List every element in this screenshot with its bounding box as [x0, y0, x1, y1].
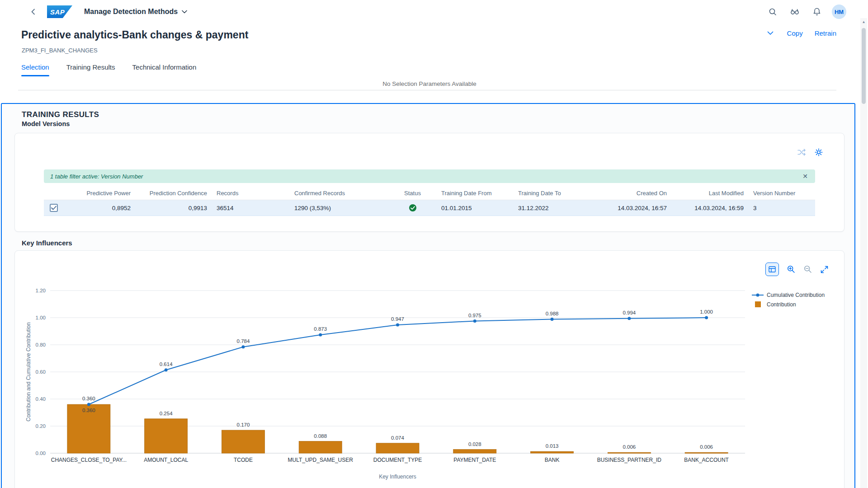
tab-training-results[interactable]: Training Results: [66, 63, 115, 76]
svg-text:AMOUNT_LOCAL: AMOUNT_LOCAL: [144, 457, 188, 463]
svg-text:0.994: 0.994: [623, 310, 636, 315]
svg-text:BANK_ACCOUNT: BANK_ACCOUNT: [684, 457, 729, 463]
panel-divider: [18, 90, 836, 90]
header-actions: Copy Retrain: [765, 28, 836, 38]
zoom-in-button[interactable]: [787, 265, 796, 274]
col-training-date-to: Training Date To: [512, 187, 589, 200]
search-button[interactable]: [765, 5, 780, 19]
col-created-on: Created On: [589, 187, 670, 200]
collapse-chevron-icon: [767, 31, 774, 35]
page-header: Predictive analytics-Bank changes & paym…: [0, 23, 868, 63]
model-versions-card: 1 table filter active: Version Number ✕ …: [14, 133, 844, 232]
svg-text:0.360: 0.360: [82, 396, 95, 401]
selection-panel: No Selection Parameters Available: [0, 78, 859, 103]
svg-text:0.00: 0.00: [36, 450, 46, 456]
tab-technical-information[interactable]: Technical Information: [132, 63, 197, 76]
svg-text:0.988: 0.988: [546, 311, 559, 316]
sap-logo: SAP: [47, 5, 72, 18]
scrollbar-thumb[interactable]: [862, 28, 866, 104]
vertical-scrollbar[interactable]: ▲: [860, 18, 867, 488]
filter-info-text: 1 table filter active: Version Number: [50, 173, 143, 180]
svg-text:0.074: 0.074: [391, 435, 404, 441]
cell-predictive-power: 0,8952: [64, 200, 134, 216]
svg-text:DOCUMENT_TYPE: DOCUMENT_TYPE: [373, 457, 422, 463]
fullscreen-button[interactable]: [820, 265, 829, 274]
assistant-icon: [790, 7, 800, 16]
app-title-menu[interactable]: Manage Detection Methods: [84, 8, 187, 16]
col-status: Status: [387, 187, 435, 200]
search-icon: [768, 7, 777, 16]
tab-bar: Selection Training Results Technical Inf…: [21, 63, 196, 76]
collapse-header-button[interactable]: [765, 28, 775, 38]
user-avatar[interactable]: HM: [832, 5, 846, 19]
zoom-out-button[interactable]: [803, 265, 812, 274]
col-version-number: Version Number: [747, 187, 815, 200]
svg-text:Key Influencers: Key Influencers: [379, 474, 416, 480]
col-confirmed-records: Confirmed Records: [288, 187, 387, 200]
training-results-section: TRAINING RESULTS Model Versions 1 table …: [1, 103, 855, 488]
svg-text:MULT_UPD_SAME_USER: MULT_UPD_SAME_USER: [288, 457, 353, 463]
cell-prediction-confidence: 0,9913: [134, 200, 211, 216]
ai-recommendation-button[interactable]: [797, 148, 806, 157]
svg-text:0.975: 0.975: [468, 313, 481, 318]
model-versions-table: Predictive Power Prediction Confidence R…: [44, 187, 815, 216]
chart-toolbar: [765, 263, 829, 276]
copy-button[interactable]: Copy: [787, 29, 803, 37]
status-success-icon: [409, 204, 417, 212]
close-icon[interactable]: ✕: [802, 173, 809, 180]
key-influencers-card: 0.000.200.400.600.801.001.20Contribution…: [14, 250, 844, 488]
filter-info-bar: 1 table filter active: Version Number ✕: [44, 169, 815, 183]
page-subtitle: ZPM3_FI_BANK_CHANGES: [22, 47, 98, 54]
cell-records: 36514: [211, 200, 288, 216]
shell-bar: SAP Manage Detection Methods HM: [0, 0, 868, 23]
row-checkbox[interactable]: [50, 204, 58, 212]
svg-text:0.028: 0.028: [468, 441, 481, 447]
notifications-button[interactable]: [810, 5, 824, 19]
section-title: TRAINING RESULTS: [22, 110, 854, 119]
col-records: Records: [211, 187, 288, 200]
cell-created-on: 14.03.2024, 16:57: [589, 200, 670, 216]
zoom-in-icon: [787, 265, 796, 274]
settings-gear-icon: [814, 148, 823, 157]
col-prediction-confidence: Prediction Confidence: [134, 187, 211, 200]
back-button[interactable]: [26, 5, 41, 19]
col-last-modified: Last Modified: [670, 187, 747, 200]
cell-confirmed-records: 1290 (3,53%): [288, 200, 387, 216]
svg-text:BANK: BANK: [545, 457, 560, 463]
model-version-row[interactable]: 0,8952 0,9913 36514 1290 (3,53%) 01.01.2…: [44, 200, 815, 216]
svg-text:PAYMENT_DATE: PAYMENT_DATE: [453, 457, 496, 463]
svg-text:CHANGES_CLOSE_TO_PAY...: CHANGES_CLOSE_TO_PAY...: [51, 457, 127, 463]
svg-text:0.60: 0.60: [36, 369, 46, 375]
svg-text:0.873: 0.873: [314, 326, 327, 332]
key-influencers-chart: 0.000.200.400.600.801.001.20Contribution…: [15, 251, 844, 488]
svg-text:0.088: 0.088: [314, 433, 327, 439]
svg-text:TCODE: TCODE: [234, 457, 253, 463]
cell-training-date-to: 31.12.2022: [512, 200, 589, 216]
svg-text:0.254: 0.254: [160, 411, 173, 416]
svg-text:0.20: 0.20: [36, 423, 46, 429]
svg-text:1.000: 1.000: [700, 309, 713, 314]
svg-text:0.614: 0.614: [160, 361, 173, 367]
svg-text:Contribution and Cumulative Co: Contribution and Cumulative Contribution: [25, 322, 32, 421]
table-header-row: Predictive Power Prediction Confidence R…: [44, 187, 815, 200]
svg-text:0.006: 0.006: [700, 444, 713, 450]
col-training-date-from: Training Date From: [435, 187, 512, 200]
page-title: Predictive analytics-Bank changes & paym…: [21, 29, 248, 41]
retrain-button[interactable]: Retrain: [815, 29, 836, 37]
svg-text:0.40: 0.40: [36, 396, 46, 402]
assistant-button[interactable]: [788, 5, 802, 19]
svg-text:0.784: 0.784: [237, 338, 250, 344]
svg-text:0.013: 0.013: [546, 443, 559, 449]
svg-text:1.00: 1.00: [36, 315, 46, 320]
scroll-up-arrow[interactable]: ▲: [860, 18, 867, 24]
table-settings-button[interactable]: [814, 148, 823, 157]
cell-training-date-from: 01.01.2015: [435, 200, 512, 216]
bell-icon: [812, 7, 821, 16]
cell-last-modified: 14.03.2024, 16:59: [670, 200, 747, 216]
legend-toggle-icon: [768, 265, 776, 273]
tab-selection[interactable]: Selection: [21, 63, 49, 76]
svg-text:Contribution: Contribution: [767, 301, 796, 308]
svg-text:BUSINESS_PARTNER_ID: BUSINESS_PARTNER_ID: [597, 457, 662, 463]
ai-recommendation-icon: [797, 148, 806, 157]
legend-toggle-button[interactable]: [765, 263, 779, 276]
